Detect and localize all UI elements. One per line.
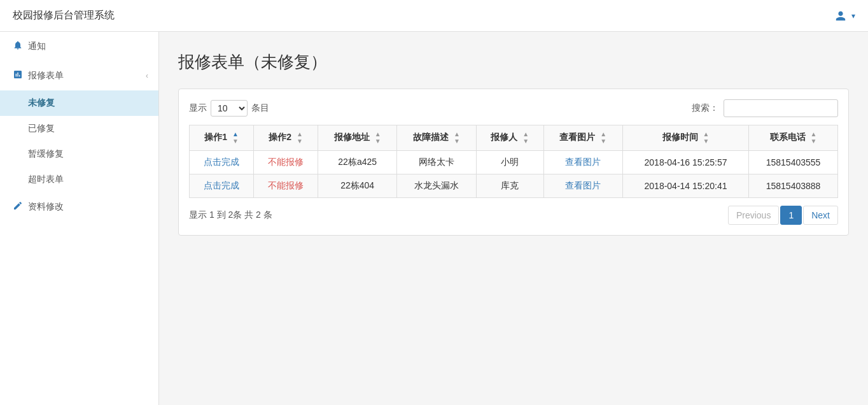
entries-label: 条目: [251, 103, 269, 114]
sidebar-profile-label: 资料修改: [28, 201, 64, 213]
person-icon: [835, 10, 846, 22]
col-address-label: 报修地址: [334, 132, 370, 142]
cell-time-0: 2018-04-16 15:25:57: [623, 151, 749, 174]
op1-link-1[interactable]: 点击完成: [204, 180, 239, 190]
sort-desc[interactable]: ▲ ▼: [454, 131, 460, 145]
col-op1-label: 操作1: [204, 132, 227, 142]
user-menu[interactable]: ▾: [835, 10, 855, 22]
table-header-row: 操作1 ▲ ▼ 操作2 ▲ ▼: [190, 125, 838, 151]
col-time-label: 报修时间: [662, 132, 698, 142]
sort-down-icon2: ▼: [297, 138, 303, 145]
chart-icon: [13, 69, 23, 82]
cell-image-1[interactable]: 查看图片: [543, 174, 622, 198]
cell-image-0[interactable]: 查看图片: [543, 151, 622, 174]
footer-row: 显示 1 到 2条 共 2 条 Previous 1 Next: [189, 206, 838, 225]
sidebar-item-repair-list[interactable]: 报修表单 ‹: [0, 61, 158, 90]
cell-desc-1: 水龙头漏水: [397, 174, 476, 198]
sidebar-item-unrepaired[interactable]: 未修复: [0, 90, 158, 116]
sort-up-icon3: ▲: [375, 131, 381, 138]
bell-icon: [13, 40, 23, 53]
layout: 通知 报修表单 ‹ 未修复 已修复 暂缓修复 超时表单 资料修改: [0, 32, 868, 405]
sort-phone[interactable]: ▲ ▼: [811, 131, 817, 145]
sort-image[interactable]: ▲ ▼: [600, 131, 606, 145]
show-entries: 显示 10 25 50 100 条目: [189, 100, 269, 117]
sidebar-overdue-label: 超时表单: [28, 174, 64, 184]
cell-op1-0[interactable]: 点击完成: [190, 151, 254, 174]
sort-op2[interactable]: ▲ ▼: [297, 131, 303, 145]
caret-icon: ▾: [851, 11, 855, 20]
sort-address[interactable]: ▲ ▼: [375, 131, 381, 145]
cell-reporter-1: 库克: [476, 174, 543, 198]
cell-time-1: 2018-04-14 15:20:41: [623, 174, 749, 198]
sidebar-item-paused[interactable]: 暂缓修复: [0, 141, 158, 167]
cell-op1-1[interactable]: 点击完成: [190, 174, 254, 198]
op2-link-0[interactable]: 不能报修: [268, 157, 304, 167]
sort-down-icon: ▼: [232, 138, 239, 145]
table-card: 显示 10 25 50 100 条目 搜索：: [178, 89, 849, 236]
per-page-select[interactable]: 10 25 50 100: [211, 100, 248, 117]
cell-phone-0: 15815403555: [749, 151, 838, 174]
cell-desc-0: 网络太卡: [397, 151, 476, 174]
app-title: 校园报修后台管理系统: [13, 9, 115, 22]
sort-down-icon7: ▼: [703, 138, 710, 145]
sort-down-icon4: ▼: [454, 138, 460, 145]
col-op1: 操作1 ▲ ▼: [190, 125, 254, 151]
col-time: 报修时间 ▲ ▼: [623, 125, 749, 151]
sidebar: 通知 报修表单 ‹ 未修复 已修复 暂缓修复 超时表单 资料修改: [0, 32, 159, 405]
page-title: 报修表单（未修复）: [178, 51, 849, 73]
cell-reporter-0: 小明: [476, 151, 543, 174]
op2-link-1[interactable]: 不能报修: [268, 180, 304, 190]
col-op2: 操作2 ▲ ▼: [254, 125, 318, 151]
op1-link-0[interactable]: 点击完成: [204, 157, 239, 167]
sort-up-icon: ▲: [232, 131, 239, 138]
sidebar-repair-list-label: 报修表单: [28, 70, 64, 82]
repair-table: 操作1 ▲ ▼ 操作2 ▲ ▼: [189, 125, 838, 198]
edit-icon: [13, 201, 23, 213]
sidebar-item-profile[interactable]: 资料修改: [0, 192, 158, 222]
col-reporter-label: 报修人: [491, 132, 517, 142]
sort-down-icon5: ▼: [522, 138, 529, 145]
pagination: Previous 1 Next: [728, 206, 838, 225]
sidebar-item-overdue[interactable]: 超时表单: [0, 167, 158, 192]
chevron-left-icon: ‹: [146, 71, 148, 80]
sort-up-icon4: ▲: [454, 131, 460, 138]
col-phone-label: 联系电话: [770, 132, 806, 142]
sort-down-icon6: ▼: [600, 138, 606, 145]
sidebar-paused-label: 暂缓修复: [28, 148, 64, 159]
sort-up-icon7: ▲: [703, 131, 710, 138]
sort-op1[interactable]: ▲ ▼: [232, 131, 239, 145]
page-1-button[interactable]: 1: [780, 206, 802, 225]
cell-address-1: 22栋404: [318, 174, 397, 198]
sort-reporter[interactable]: ▲ ▼: [522, 131, 529, 145]
sidebar-repaired-label: 已修复: [28, 123, 55, 133]
sort-up-icon6: ▲: [600, 131, 606, 138]
previous-button[interactable]: Previous: [728, 206, 779, 225]
sort-time[interactable]: ▲ ▼: [703, 131, 710, 145]
search-box: 搜索：: [692, 99, 838, 117]
sort-up-icon2: ▲: [297, 131, 303, 138]
next-button[interactable]: Next: [803, 206, 838, 225]
image-link-1[interactable]: 查看图片: [565, 180, 601, 190]
sort-down-icon8: ▼: [811, 138, 817, 145]
show-label: 显示: [189, 103, 207, 114]
controls-row: 显示 10 25 50 100 条目 搜索：: [189, 99, 838, 117]
sidebar-item-repaired[interactable]: 已修复: [0, 116, 158, 141]
cell-op2-1[interactable]: 不能报修: [254, 174, 318, 198]
col-desc-label: 故障描述: [413, 132, 449, 142]
sidebar-item-notification[interactable]: 通知: [0, 32, 158, 61]
cell-address-0: 22栋a425: [318, 151, 397, 174]
sort-up-icon8: ▲: [811, 131, 817, 138]
table-row: 点击完成 不能报修 22栋404 水龙头漏水 库克 查看图片 2018-04-1…: [190, 174, 838, 198]
sort-down-icon3: ▼: [375, 138, 381, 145]
search-input[interactable]: [724, 99, 838, 117]
sort-up-icon5: ▲: [522, 131, 529, 138]
cell-phone-1: 15815403888: [749, 174, 838, 198]
col-image-label: 查看图片: [559, 132, 595, 142]
showing-text: 显示 1 到 2条 共 2 条: [189, 210, 272, 221]
col-address: 报修地址 ▲ ▼: [318, 125, 397, 151]
col-desc: 故障描述 ▲ ▼: [397, 125, 476, 151]
cell-op2-0[interactable]: 不能报修: [254, 151, 318, 174]
col-phone: 联系电话 ▲ ▼: [749, 125, 838, 151]
image-link-0[interactable]: 查看图片: [565, 157, 601, 167]
search-label: 搜索：: [692, 103, 718, 114]
